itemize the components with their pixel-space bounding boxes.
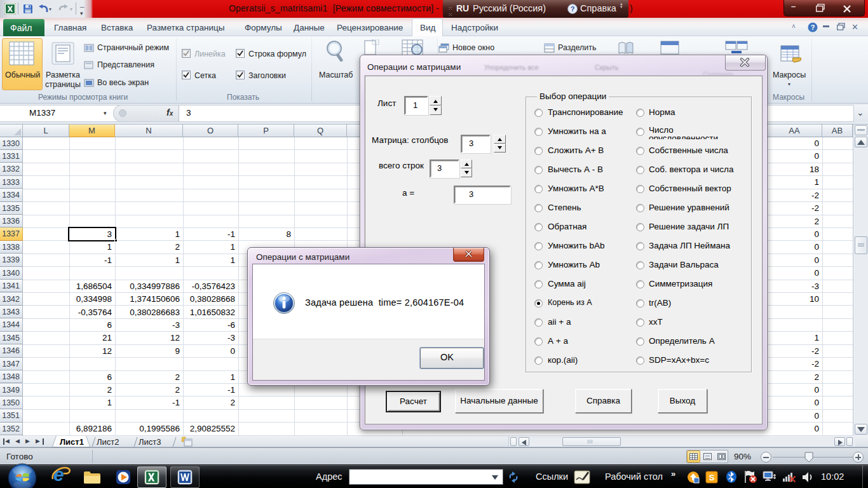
svg-text:S: S bbox=[709, 473, 715, 482]
svg-text:?: ? bbox=[571, 5, 575, 13]
svg-text:?: ? bbox=[811, 24, 815, 31]
